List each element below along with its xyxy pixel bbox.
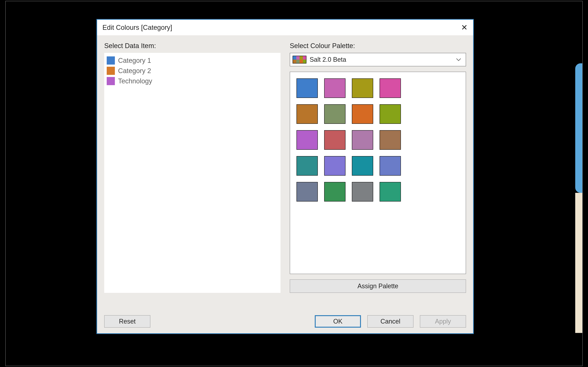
dialog-columns: Select Data Item: Category 1 Category 2 [104, 42, 466, 293]
cancel-label: Cancel [380, 318, 400, 325]
dialog-titlebar: Edit Colours [Category] ✕ [97, 20, 473, 35]
data-item-row[interactable]: Category 1 [106, 55, 279, 66]
right-column: Select Colour Palette: [290, 42, 466, 293]
ok-label: OK [333, 318, 342, 325]
assign-palette-button[interactable]: Assign Palette [290, 279, 466, 293]
palette-swatch[interactable] [297, 130, 318, 150]
palette-thumbnail-icon [293, 56, 307, 64]
dialog-footer: Reset OK Cancel Apply [97, 309, 473, 333]
reset-label: Reset [119, 318, 136, 325]
data-item-label: Category 2 [118, 67, 151, 75]
footer-right-group: OK Cancel Apply [315, 315, 466, 328]
ok-button[interactable]: OK [315, 315, 361, 328]
edit-colours-dialog: Edit Colours [Category] ✕ Select Data It… [96, 19, 474, 334]
palette-swatch[interactable] [297, 78, 318, 98]
palette-swatch[interactable] [380, 104, 401, 124]
palette-swatch[interactable] [297, 182, 318, 201]
outer-frame: Edit Colours [Category] ✕ Select Data It… [5, 1, 583, 366]
left-column: Select Data Item: Category 1 Category 2 [104, 42, 281, 293]
select-data-item-label: Select Data Item: [104, 42, 281, 50]
close-button[interactable]: ✕ [459, 24, 469, 31]
data-item-row[interactable]: Category 2 [106, 66, 279, 76]
stage: Edit Colours [Category] ✕ Select Data It… [0, 0, 588, 367]
palette-swatch[interactable] [324, 104, 345, 124]
palette-swatch[interactable] [352, 78, 373, 98]
apply-label: Apply [435, 318, 451, 325]
palette-swatch[interactable] [352, 104, 373, 124]
palette-swatch[interactable] [324, 130, 345, 150]
palette-swatch[interactable] [352, 130, 373, 150]
palette-swatch-box [290, 72, 466, 274]
data-item-label: Category 1 [118, 57, 151, 64]
palette-swatch[interactable] [380, 182, 401, 201]
palette-swatch[interactable] [324, 156, 345, 175]
data-item-list: Category 1 Category 2 Technology [104, 53, 281, 293]
palette-swatch[interactable] [380, 130, 401, 150]
palette-swatch[interactable] [324, 78, 345, 98]
palette-dropdown-value: Salt 2.0 Beta [310, 56, 346, 63]
palette-swatches [297, 78, 459, 201]
data-item-row[interactable]: Technology [106, 76, 279, 86]
palette-swatch[interactable] [297, 104, 318, 124]
palette-swatch[interactable] [297, 156, 318, 175]
palette-swatch[interactable] [380, 156, 401, 175]
select-colour-palette-label: Select Colour Palette: [290, 42, 466, 50]
assign-palette-label: Assign Palette [357, 282, 398, 290]
palette-dropdown[interactable]: Salt 2.0 Beta [290, 53, 466, 66]
palette-swatch[interactable] [352, 156, 373, 175]
data-item-swatch [107, 67, 115, 75]
palette-swatch[interactable] [380, 78, 401, 98]
apply-button: Apply [420, 315, 466, 328]
backdrop-beige [575, 193, 582, 333]
dialog-title: Edit Colours [Category] [102, 24, 172, 31]
chevron-down-icon [456, 58, 461, 61]
palette-swatch[interactable] [324, 182, 345, 201]
reset-button[interactable]: Reset [104, 315, 150, 328]
cancel-button[interactable]: Cancel [367, 315, 413, 328]
palette-swatch[interactable] [352, 182, 373, 201]
data-item-swatch [107, 77, 115, 85]
data-item-swatch [107, 56, 115, 65]
data-item-label: Technology [118, 77, 152, 85]
dialog-body: Select Data Item: Category 1 Category 2 [97, 35, 473, 333]
backdrop-blue [575, 63, 582, 193]
